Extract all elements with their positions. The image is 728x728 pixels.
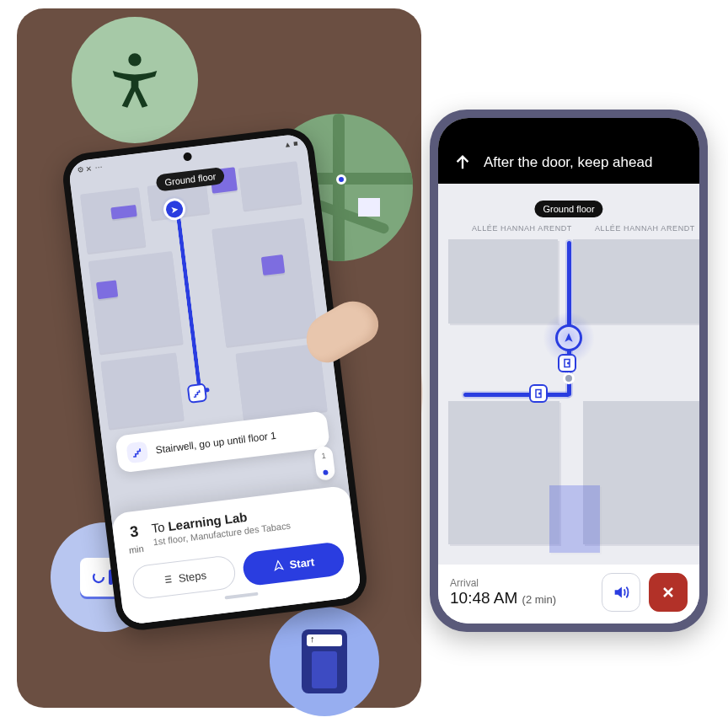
step-instruction-text: Stairwell, go up until floor 1 <box>155 430 277 456</box>
navigate-icon <box>272 559 286 573</box>
arrow-up-icon <box>453 153 472 172</box>
street-label: ALLÉE HANNAH ARENDT <box>595 224 695 233</box>
stairs-icon <box>126 441 149 463</box>
nav-instruction: After the door, keep ahead <box>484 154 652 171</box>
location-arrow-icon <box>563 332 575 344</box>
current-location <box>558 327 580 349</box>
accessibility-icon <box>105 51 164 110</box>
sound-button[interactable] <box>602 573 640 612</box>
indoor-map[interactable]: ALLÉE HANNAH ARENDT ALLÉE HANNAH ARENDT <box>438 190 699 565</box>
sheet-grabber[interactable] <box>224 592 258 600</box>
steps-button[interactable]: Steps <box>131 554 237 601</box>
stairs-icon <box>187 383 208 404</box>
accessibility-badge <box>72 17 198 143</box>
arrival-info: Arrival 10:48 AM (2 min) <box>450 577 593 608</box>
nav-bottom-bar: Arrival 10:48 AM (2 min) <box>438 565 699 624</box>
door-badge <box>270 607 379 716</box>
end-navigation-button[interactable] <box>649 573 688 612</box>
svg-point-0 <box>128 53 141 66</box>
door-icon <box>529 384 548 403</box>
location-arrow-icon: ➤ <box>165 200 184 218</box>
close-icon <box>660 584 677 601</box>
svg-point-5 <box>539 393 541 394</box>
iphone: After the door, keep ahead Ground floor … <box>430 110 708 632</box>
street-label: ALLÉE HANNAH ARENDT <box>472 224 572 233</box>
waypoint-dot <box>563 372 575 384</box>
svg-point-1 <box>94 572 104 582</box>
start-button[interactable]: Start <box>241 541 345 586</box>
duration: 3 min <box>126 522 144 557</box>
volume-icon <box>612 583 630 602</box>
list-icon <box>161 573 174 586</box>
dynamic-island <box>531 126 607 147</box>
